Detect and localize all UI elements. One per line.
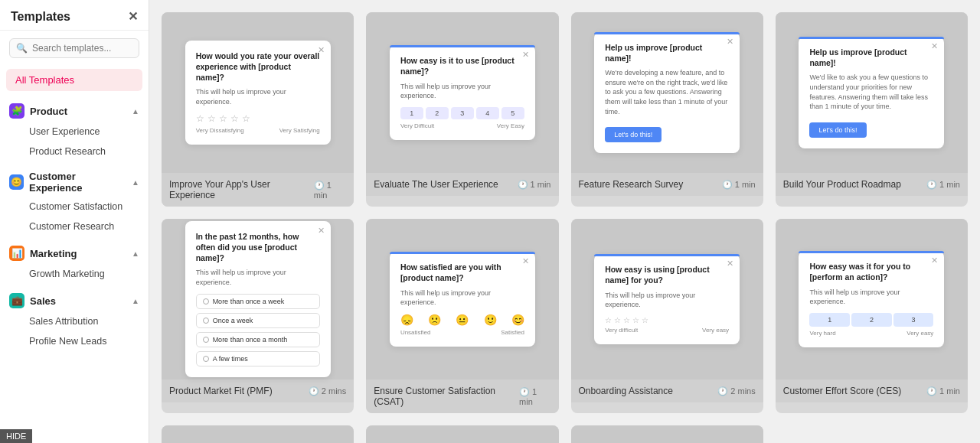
template-card[interactable]: ✕ Help us improve [product name]! We'd l… xyxy=(776,12,968,207)
template-footer: Build Your Product Roadmap 🕐 1 min xyxy=(776,173,968,196)
template-preview: ✕ How easy was it for you to [perform an… xyxy=(776,219,968,379)
star-labels: Very difficult Very easy xyxy=(605,327,729,334)
sidebar-item-product-research[interactable]: Product Research xyxy=(0,142,149,161)
survey-subtitle: This will help us improve your experienc… xyxy=(809,288,933,307)
sidebar-item-customer-research[interactable]: Customer Research xyxy=(0,217,149,236)
search-box[interactable]: 🔍 xyxy=(9,38,139,58)
survey-close-icon: ✕ xyxy=(522,256,529,266)
survey-close-icon: ✕ xyxy=(727,37,733,47)
survey-title: Help us improve [product name]! xyxy=(605,43,729,64)
survey-title: How easy is it to use [product name]? xyxy=(400,56,524,77)
emoji-4: 🙂 xyxy=(484,314,497,326)
survey-subtitle: This will help us improve your experienc… xyxy=(400,82,524,101)
lets-do-this-button[interactable]: Let's do this! xyxy=(605,127,662,142)
progress-bar xyxy=(799,251,944,253)
template-preview: ✕ How easy is it to use [product name]? … xyxy=(366,12,558,173)
sidebar-item-growth-marketing[interactable]: Growth Marketing xyxy=(0,264,149,284)
survey-title: Help us improve [product name]! xyxy=(809,47,933,68)
sales-chevron: ▲ xyxy=(132,297,139,305)
radio-circle xyxy=(203,356,209,362)
number-scale-3: 1 2 3 xyxy=(809,313,933,327)
template-time: 🕐 2 mins xyxy=(717,386,755,396)
survey-inner-card: ✕ How easy is it to use [product name]? … xyxy=(390,45,535,139)
template-footer: Onboarding Assistance 🕐 2 mins xyxy=(571,379,763,402)
nav-section-product: 🧩 Product ▲ User Experience Product Rese… xyxy=(0,97,149,161)
survey-subtitle: This will help us improve your experienc… xyxy=(605,291,729,310)
survey-body: We'd like to ask you a few questions to … xyxy=(809,73,933,111)
star-4: ☆ xyxy=(230,113,239,124)
survey-close-icon: ✕ xyxy=(931,256,938,265)
search-input[interactable] xyxy=(32,43,132,54)
emoji-3: 😐 xyxy=(456,314,469,326)
small-star-rating: ☆ ☆ ☆ ☆ ☆ xyxy=(605,316,729,324)
template-card[interactable]: ✕ In the past 12 months, how often did y… xyxy=(162,219,354,413)
survey-inner-card: ✕ Help us improve [product name]! We're … xyxy=(594,32,740,153)
template-time: 🕐 1 min xyxy=(926,180,960,190)
radio-circle xyxy=(203,298,209,305)
star-2: ☆ xyxy=(207,113,216,124)
survey-close-icon: ✕ xyxy=(318,226,325,236)
sidebar-close-button[interactable]: ✕ xyxy=(128,9,138,24)
star-rating: ☆ ☆ ☆ ☆ ☆ xyxy=(196,113,320,124)
sidebar-item-sales-attribution[interactable]: Sales Attribution xyxy=(0,311,149,331)
sidebar-item-profile-new-leads[interactable]: Profile New Leads xyxy=(0,331,149,351)
template-card[interactable]: ✕ How would you rate your overall experi… xyxy=(162,12,354,207)
nav-section-marketing: 📊 Marketing ▲ Growth Marketing xyxy=(0,239,149,284)
progress-bar xyxy=(390,252,535,254)
all-templates-nav[interactable]: All Templates xyxy=(6,69,142,91)
survey-close-icon: ✕ xyxy=(318,45,325,55)
survey-title: How satisfied are you with [product name… xyxy=(400,262,524,283)
template-card[interactable]: ✕ How satisfied are you with [product na… xyxy=(366,219,558,413)
survey-inner-card: ✕ Help us improve [product name]! We'd l… xyxy=(799,37,944,148)
customer-chevron: ▲ xyxy=(132,178,139,187)
survey-inner-card: ✕ How satisfied are you with [product na… xyxy=(390,252,535,346)
sidebar-item-customer-satisfaction[interactable]: Customer Satisfaction xyxy=(0,197,149,217)
survey-title: In the past 12 months, how often did you… xyxy=(196,232,320,263)
emoji-5: 😊 xyxy=(511,314,524,326)
sidebar-item-user-experience[interactable]: User Experience xyxy=(0,122,149,142)
nav-section-product-header[interactable]: 🧩 Product ▲ xyxy=(0,97,149,122)
template-card[interactable]: ✕ Help us improve [product name]! We're … xyxy=(571,12,763,207)
survey-subtitle: This will help us improve your experienc… xyxy=(196,87,320,106)
radio-option: Once a week xyxy=(196,313,320,328)
template-time: 🕐 1 min xyxy=(518,180,551,190)
template-card[interactable]: ✕ How easy is using [product name] for y… xyxy=(571,219,763,413)
lets-do-this-button[interactable]: Let's do this! xyxy=(809,122,866,138)
marketing-icon: 📊 xyxy=(9,246,24,261)
survey-inner-card: ✕ How easy was it for you to [perform an… xyxy=(799,251,944,347)
template-time: 🕐 1 min xyxy=(722,180,756,190)
star-5: ☆ xyxy=(242,113,250,124)
templates-grid: ✕ How would you rate your overall experi… xyxy=(162,12,968,443)
nav-section-marketing-header[interactable]: 📊 Marketing ▲ xyxy=(0,239,149,264)
template-name: Evaluate The User Experience xyxy=(374,179,498,190)
nav-section-customer-header[interactable]: 😊 Customer Experience ▲ xyxy=(0,164,149,197)
survey-inner-card: ✕ How would you rate your overall experi… xyxy=(185,41,331,144)
emoji-2: 🙁 xyxy=(428,314,441,326)
emoji-scale: 😞 🙁 😐 🙂 😊 xyxy=(400,314,524,326)
radio-option: More than once a week xyxy=(196,294,320,309)
nav-section-sales-header[interactable]: 💼 Sales ▲ xyxy=(0,287,149,311)
template-footer: Ensure Customer Satisfaction (CSAT) 🕐 1 … xyxy=(366,379,558,413)
scale-labels: Very Difficult Very Easy xyxy=(400,122,524,129)
survey-subtitle: This will help us improve your experienc… xyxy=(400,288,524,308)
scale-labels: Very hard Very easy xyxy=(809,330,933,337)
template-card[interactable]: ✕ How easy was it for you to [perform an… xyxy=(776,219,968,413)
template-time: 🕐 1 min xyxy=(314,181,347,200)
survey-title: How easy is using [product name] for you… xyxy=(605,265,729,285)
template-preview: ✕ What do you value most about our servi… xyxy=(162,425,354,443)
template-card[interactable]: ✕ How easy is it to use [product name]? … xyxy=(366,12,558,207)
template-preview: ✕ How satisfied are you with [product na… xyxy=(366,219,558,379)
progress-bar xyxy=(594,254,740,256)
survey-inner-card: ✕ In the past 12 months, how often did y… xyxy=(185,221,331,376)
template-card[interactable]: ✕ What do you value most about our servi… xyxy=(162,425,354,443)
radio-circle xyxy=(203,318,209,324)
progress-bar xyxy=(799,37,944,39)
progress-bar xyxy=(390,45,535,47)
template-card[interactable]: ✕ What are the top challenges your compa… xyxy=(571,425,763,443)
template-preview: ✕ In the past 12 months, how often did y… xyxy=(162,219,354,379)
template-card[interactable]: ✕ How big is your team? xyxy=(366,425,558,443)
template-name: Improve Your App's User Experience xyxy=(169,179,314,200)
hide-button[interactable]: HIDE xyxy=(0,429,32,443)
template-name: Feature Research Survey xyxy=(579,179,684,190)
radio-option: More than once a month xyxy=(196,332,320,347)
